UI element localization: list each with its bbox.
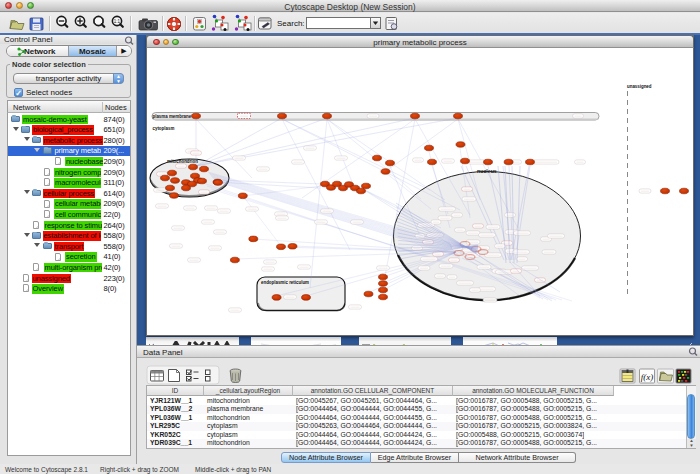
svg-text:mitochondrion: mitochondrion [167, 159, 198, 164]
svg-text:endoplasmic reticulum: endoplasmic reticulum [261, 280, 309, 285]
svg-text:unassigned: unassigned [627, 84, 652, 89]
svg-text:1:1: 1:1 [114, 19, 121, 24]
svg-text:plasma membrane: plasma membrane [153, 114, 192, 119]
svg-text:Search:: Search: [277, 19, 305, 28]
svg-text:f(x): f(x) [641, 372, 654, 382]
svg-text:cytoplasm: cytoplasm [153, 126, 175, 131]
